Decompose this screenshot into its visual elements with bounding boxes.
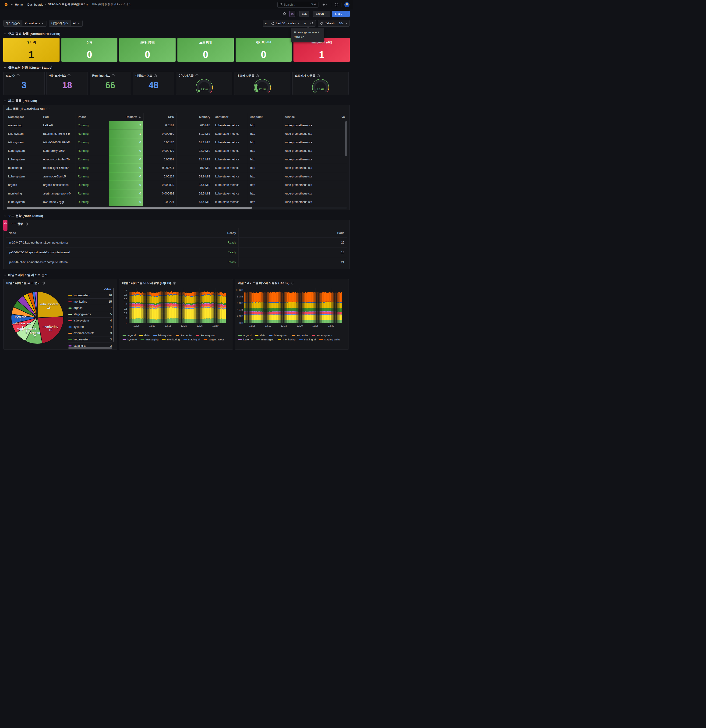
column-header-phase[interactable]: Phase [75,113,109,121]
legend-horizontal-scrollbar[interactable] [68,347,112,349]
panel-title[interactable]: 네임스페이스별 메모리 사용량 (Top 10) [238,281,290,285]
refresh-button[interactable]: Refresh [318,20,337,26]
column-header-ready[interactable]: Ready [124,228,238,237]
time-shift-forward-button[interactable]: » [302,20,308,26]
search-icon [279,3,283,7]
legend-item[interactable]: staging-webs [319,338,340,341]
attention-stat-panel[interactable]: 크래시루프0 [119,38,176,62]
chevron-down-icon[interactable] [11,3,13,6]
add-new-button[interactable] [321,2,329,7]
share-options-caret[interactable] [345,11,350,17]
attention-stat-panel[interactable]: 노드 장애0 [178,38,234,62]
legend-item[interactable]: staging-webs5 [68,311,112,317]
attention-stat-panel[interactable]: 실패0 [61,38,118,62]
legend-item[interactable]: monitoring15 [68,298,112,305]
legend-item[interactable]: monitoring [278,338,296,341]
cell: Running [75,130,109,138]
attention-stat-panel[interactable]: 대기 중1 [3,38,59,62]
breadcrumb-home[interactable]: Home [15,3,23,6]
legend-value: 5 [110,313,112,316]
legend-item[interactable]: kube-system [196,334,216,337]
breadcrumb-dashboards[interactable]: Dashboards [27,3,43,6]
column-header-node[interactable]: Node [6,228,124,237]
search-input[interactable] [284,3,310,6]
legend-item[interactable]: istio-system [153,334,173,337]
column-header-pods[interactable]: Pods [238,228,347,237]
share-button[interactable]: Share [332,11,345,17]
panel-title[interactable]: 노드 현황 [10,222,23,226]
legend-item[interactable]: karpenter [176,334,192,337]
time-range-picker[interactable]: Last 30 minutes [269,20,302,26]
restarts-value: 0 [109,138,143,147]
section-header-cluster[interactable]: 클러스터 현황 (Cluster Status) [4,66,349,70]
legend-item[interactable]: staging-webs [204,338,224,341]
grafana-logo-icon[interactable] [3,2,9,7]
legend-item[interactable]: istio-system [269,334,288,337]
cell [315,164,347,172]
legend-item[interactable]: istio-system4 [68,317,112,324]
search-box[interactable]: ⌘+k [277,1,318,8]
column-header-namespace[interactable]: Namespace [6,113,41,121]
column-header-restarts[interactable]: Restarts [109,113,144,121]
column-header-service[interactable]: service [282,113,315,121]
column-header-va[interactable]: Va [315,113,347,121]
column-header-cpu[interactable]: CPU [144,113,177,121]
column-header-pod[interactable]: Pod [41,113,75,121]
cluster-stat-panel: 디플로이먼트48 [133,72,174,95]
legend-item[interactable]: kube-system16 [68,292,112,298]
column-header-endpoint[interactable]: endpoint [248,113,282,121]
legend-item[interactable]: staging-ai [183,338,200,341]
legend-item[interactable]: messaging [140,338,159,341]
refresh-interval-picker[interactable]: 10s [337,20,349,26]
legend-item[interactable]: external-secrets3 [68,330,112,336]
datasource-variable[interactable]: 데이터소스 Prometheus [3,20,46,27]
help-icon[interactable]: ? [334,2,339,7]
legend-item[interactable]: monitoring [162,338,180,341]
cell: aws-node-6bmb5 [41,172,75,181]
legend-item[interactable]: kyverno4 [68,324,112,330]
legend-item[interactable]: data [139,334,149,337]
legend-item[interactable]: staging-ai [299,338,316,341]
table-header-row: NodeReadyPods [6,228,347,238]
legend-item[interactable]: argocd7 [68,305,112,311]
column-header-memory[interactable]: Memory [177,113,213,121]
legend-item[interactable]: data [255,334,265,337]
table-vertical-scrollbar[interactable] [345,121,347,156]
stat-value: 0 [261,50,266,59]
table-horizontal-scrollbar[interactable] [6,207,347,209]
legend-item[interactable]: karpenter [292,334,308,337]
stat-label: 크래시루프 [140,40,155,45]
legend-value-header[interactable]: Value [68,287,112,292]
legend-item[interactable]: kyverno [123,338,137,341]
column-header-container[interactable]: container [213,113,248,121]
star-icon[interactable] [282,11,287,17]
section-header-pods[interactable]: 파드 목록 (Pod List) [4,99,349,103]
time-shift-back-button[interactable]: « [263,20,269,26]
legend-item[interactable]: keda-system3 [68,336,112,342]
section-header-nodes[interactable]: 노드 현황 (Node Status) [4,214,349,218]
panel-alert-badge[interactable] [3,220,7,231]
panel-title[interactable]: 네임스페이스별 CPU 사용량 (Top 10) [122,281,171,285]
breadcrumb-folder[interactable]: STAGING 플랫폼 관측(인프라) [48,3,88,7]
legend-swatch [68,333,72,334]
legend-item[interactable]: kube-system [312,334,332,337]
legend-item[interactable]: argocd [238,334,251,337]
edit-button[interactable]: Edit [299,11,309,17]
legend-item[interactable]: kyverno [238,338,253,341]
panel-title[interactable]: 네임스페이스별 파드 분포 [6,281,40,285]
legend-vertical-scrollbar[interactable] [113,288,114,342]
kiosk-mode-icon[interactable] [289,11,295,17]
legend-item[interactable]: argocd [123,334,136,337]
legend-item[interactable]: messaging [256,338,274,341]
sort-desc-icon [139,116,141,118]
info-icon [256,74,259,77]
legend-swatch [238,339,242,340]
export-button[interactable]: Export [313,11,330,17]
namespace-variable[interactable]: 네임스페이스 All [49,20,83,27]
panel-title[interactable]: 파드 목록 (네임스페이스: All) [6,107,45,111]
avatar[interactable] [344,2,350,7]
time-zoom-out-icon[interactable] [308,20,316,26]
section-header-resources[interactable]: 네임스페이스별 리소스 분포 [4,273,349,277]
scrollbar-thumb[interactable] [7,207,252,209]
attention-stat-panel[interactable]: 재시작 빈번0 [235,38,292,62]
